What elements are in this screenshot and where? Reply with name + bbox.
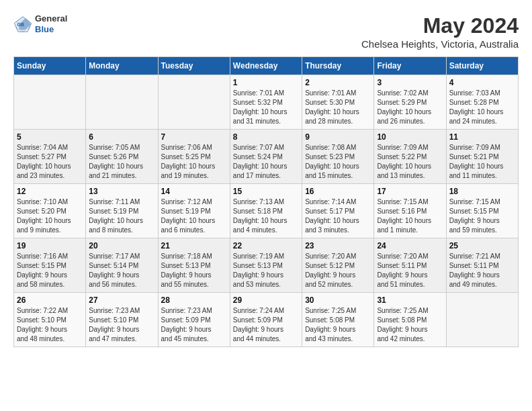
day-number: 17 bbox=[377, 187, 443, 196]
day-of-week-header: Thursday bbox=[302, 57, 374, 75]
day-detail: Sunrise: 7:06 AM Sunset: 5:25 PM Dayligh… bbox=[161, 143, 227, 181]
day-detail: Sunrise: 7:02 AM Sunset: 5:29 PM Dayligh… bbox=[377, 89, 443, 126]
day-detail: Sunrise: 7:17 AM Sunset: 5:14 PM Dayligh… bbox=[89, 252, 154, 289]
page-header: GB General Blue May 2024 Chelsea Heights… bbox=[13, 13, 519, 50]
calendar-cell: 25Sunrise: 7:21 AM Sunset: 5:11 PM Dayli… bbox=[446, 238, 518, 293]
day-detail: Sunrise: 7:21 AM Sunset: 5:11 PM Dayligh… bbox=[449, 252, 515, 289]
day-detail: Sunrise: 7:08 AM Sunset: 5:23 PM Dayligh… bbox=[305, 143, 371, 181]
day-number: 23 bbox=[305, 241, 371, 250]
day-number: 10 bbox=[377, 132, 443, 142]
calendar-week-row: 5Sunrise: 7:04 AM Sunset: 5:27 PM Daylig… bbox=[14, 130, 519, 184]
calendar-cell bbox=[446, 293, 518, 347]
day-detail: Sunrise: 7:25 AM Sunset: 5:08 PM Dayligh… bbox=[377, 306, 443, 344]
calendar-cell: 15Sunrise: 7:13 AM Sunset: 5:18 PM Dayli… bbox=[230, 184, 302, 238]
calendar-cell: 10Sunrise: 7:09 AM Sunset: 5:22 PM Dayli… bbox=[374, 130, 446, 184]
day-detail: Sunrise: 7:11 AM Sunset: 5:19 PM Dayligh… bbox=[89, 197, 154, 235]
day-detail: Sunrise: 7:12 AM Sunset: 5:19 PM Dayligh… bbox=[161, 197, 227, 235]
calendar-cell: 2Sunrise: 7:01 AM Sunset: 5:30 PM Daylig… bbox=[302, 75, 374, 130]
svg-text:GB: GB bbox=[17, 21, 24, 26]
day-number: 1 bbox=[233, 78, 299, 87]
day-number: 3 bbox=[377, 78, 443, 87]
calendar-cell: 13Sunrise: 7:11 AM Sunset: 5:19 PM Dayli… bbox=[86, 184, 158, 238]
page-subtitle: Chelsea Heights, Victoria, Australia bbox=[361, 38, 519, 50]
calendar-table: SundayMondayTuesdayWednesdayThursdayFrid… bbox=[13, 56, 519, 347]
day-number: 24 bbox=[377, 241, 443, 250]
day-number: 15 bbox=[233, 187, 299, 196]
day-number: 25 bbox=[449, 241, 515, 250]
day-detail: Sunrise: 7:23 AM Sunset: 5:10 PM Dayligh… bbox=[89, 306, 154, 344]
day-number: 9 bbox=[305, 132, 371, 142]
calendar-week-row: 1Sunrise: 7:01 AM Sunset: 5:32 PM Daylig… bbox=[14, 75, 519, 130]
day-number: 26 bbox=[17, 295, 83, 305]
calendar-week-row: 12Sunrise: 7:10 AM Sunset: 5:20 PM Dayli… bbox=[14, 184, 519, 238]
calendar-cell: 29Sunrise: 7:24 AM Sunset: 5:09 PM Dayli… bbox=[230, 293, 302, 347]
calendar-cell: 14Sunrise: 7:12 AM Sunset: 5:19 PM Dayli… bbox=[158, 184, 230, 238]
logo-blue: Blue bbox=[35, 24, 67, 35]
calendar-cell: 27Sunrise: 7:23 AM Sunset: 5:10 PM Dayli… bbox=[86, 293, 158, 347]
calendar-cell: 24Sunrise: 7:20 AM Sunset: 5:11 PM Dayli… bbox=[374, 238, 446, 293]
calendar-cell: 28Sunrise: 7:23 AM Sunset: 5:09 PM Dayli… bbox=[158, 293, 230, 347]
day-number: 13 bbox=[89, 187, 154, 196]
day-number: 28 bbox=[161, 295, 227, 305]
calendar-cell: 16Sunrise: 7:14 AM Sunset: 5:17 PM Dayli… bbox=[302, 184, 374, 238]
calendar-cell: 9Sunrise: 7:08 AM Sunset: 5:23 PM Daylig… bbox=[302, 130, 374, 184]
logo-icon: GB bbox=[13, 15, 32, 34]
day-number: 14 bbox=[161, 187, 227, 196]
day-detail: Sunrise: 7:22 AM Sunset: 5:10 PM Dayligh… bbox=[17, 306, 83, 344]
calendar-cell: 6Sunrise: 7:05 AM Sunset: 5:26 PM Daylig… bbox=[86, 130, 158, 184]
days-of-week-row: SundayMondayTuesdayWednesdayThursdayFrid… bbox=[14, 57, 519, 75]
day-number: 19 bbox=[17, 241, 83, 250]
day-detail: Sunrise: 7:16 AM Sunset: 5:15 PM Dayligh… bbox=[17, 252, 83, 289]
calendar-header: SundayMondayTuesdayWednesdayThursdayFrid… bbox=[14, 57, 519, 75]
logo-text: General Blue bbox=[35, 13, 67, 34]
day-detail: Sunrise: 7:05 AM Sunset: 5:26 PM Dayligh… bbox=[89, 143, 154, 181]
calendar-week-row: 19Sunrise: 7:16 AM Sunset: 5:15 PM Dayli… bbox=[14, 238, 519, 293]
day-detail: Sunrise: 7:09 AM Sunset: 5:21 PM Dayligh… bbox=[449, 143, 515, 181]
day-number: 6 bbox=[89, 132, 154, 142]
day-detail: Sunrise: 7:15 AM Sunset: 5:15 PM Dayligh… bbox=[449, 197, 515, 235]
calendar-cell: 7Sunrise: 7:06 AM Sunset: 5:25 PM Daylig… bbox=[158, 130, 230, 184]
day-detail: Sunrise: 7:13 AM Sunset: 5:18 PM Dayligh… bbox=[233, 197, 299, 235]
day-number: 7 bbox=[161, 132, 227, 142]
calendar-cell: 17Sunrise: 7:15 AM Sunset: 5:16 PM Dayli… bbox=[374, 184, 446, 238]
calendar-cell: 30Sunrise: 7:25 AM Sunset: 5:08 PM Dayli… bbox=[302, 293, 374, 347]
day-detail: Sunrise: 7:01 AM Sunset: 5:30 PM Dayligh… bbox=[305, 89, 371, 126]
calendar-cell: 22Sunrise: 7:19 AM Sunset: 5:13 PM Dayli… bbox=[230, 238, 302, 293]
calendar-cell: 20Sunrise: 7:17 AM Sunset: 5:14 PM Dayli… bbox=[86, 238, 158, 293]
day-number: 12 bbox=[17, 187, 83, 196]
calendar-cell: 5Sunrise: 7:04 AM Sunset: 5:27 PM Daylig… bbox=[14, 130, 86, 184]
calendar-cell bbox=[158, 75, 230, 130]
day-number: 4 bbox=[449, 78, 515, 87]
title-block: May 2024 Chelsea Heights, Victoria, Aust… bbox=[361, 13, 519, 50]
calendar-cell: 12Sunrise: 7:10 AM Sunset: 5:20 PM Dayli… bbox=[14, 184, 86, 238]
day-detail: Sunrise: 7:10 AM Sunset: 5:20 PM Dayligh… bbox=[17, 197, 83, 235]
day-of-week-header: Sunday bbox=[14, 57, 86, 75]
day-number: 8 bbox=[233, 132, 299, 142]
day-detail: Sunrise: 7:15 AM Sunset: 5:16 PM Dayligh… bbox=[377, 197, 443, 235]
day-of-week-header: Wednesday bbox=[230, 57, 302, 75]
day-number: 11 bbox=[449, 132, 515, 142]
day-number: 18 bbox=[449, 187, 515, 196]
day-number: 22 bbox=[233, 241, 299, 250]
day-detail: Sunrise: 7:24 AM Sunset: 5:09 PM Dayligh… bbox=[233, 306, 299, 344]
day-detail: Sunrise: 7:19 AM Sunset: 5:13 PM Dayligh… bbox=[233, 252, 299, 289]
calendar-cell: 4Sunrise: 7:03 AM Sunset: 5:28 PM Daylig… bbox=[446, 75, 518, 130]
day-detail: Sunrise: 7:20 AM Sunset: 5:12 PM Dayligh… bbox=[305, 252, 371, 289]
logo: GB General Blue bbox=[13, 13, 67, 34]
day-detail: Sunrise: 7:18 AM Sunset: 5:13 PM Dayligh… bbox=[161, 252, 227, 289]
calendar-cell: 26Sunrise: 7:22 AM Sunset: 5:10 PM Dayli… bbox=[14, 293, 86, 347]
calendar-cell: 19Sunrise: 7:16 AM Sunset: 5:15 PM Dayli… bbox=[14, 238, 86, 293]
day-of-week-header: Friday bbox=[374, 57, 446, 75]
logo-general: General bbox=[35, 13, 67, 24]
calendar-cell: 23Sunrise: 7:20 AM Sunset: 5:12 PM Dayli… bbox=[302, 238, 374, 293]
day-detail: Sunrise: 7:20 AM Sunset: 5:11 PM Dayligh… bbox=[377, 252, 443, 289]
day-number: 31 bbox=[377, 295, 443, 305]
day-detail: Sunrise: 7:01 AM Sunset: 5:32 PM Dayligh… bbox=[233, 89, 299, 126]
day-number: 21 bbox=[161, 241, 227, 250]
day-detail: Sunrise: 7:23 AM Sunset: 5:09 PM Dayligh… bbox=[161, 306, 227, 344]
day-number: 29 bbox=[233, 295, 299, 305]
day-number: 2 bbox=[305, 78, 371, 87]
calendar-cell bbox=[14, 75, 86, 130]
page-title: May 2024 bbox=[361, 13, 519, 38]
calendar-cell: 8Sunrise: 7:07 AM Sunset: 5:24 PM Daylig… bbox=[230, 130, 302, 184]
